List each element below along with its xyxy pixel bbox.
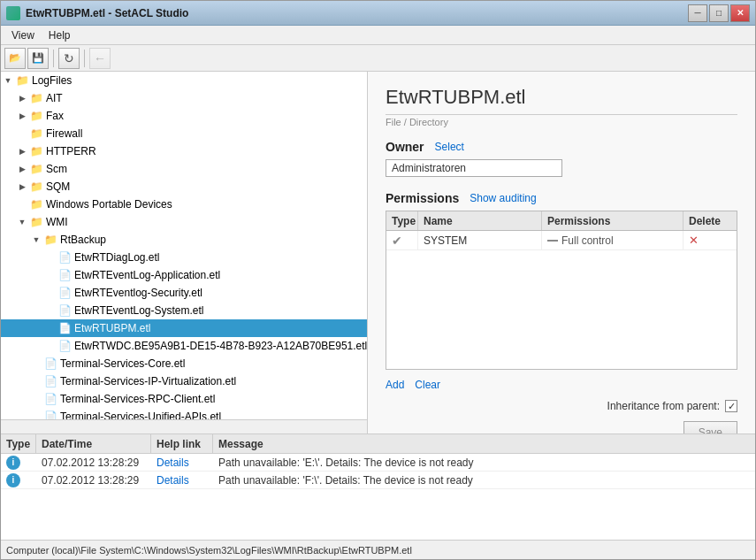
expander-term-ipvirt xyxy=(29,374,43,388)
detail-title: EtwRTUBPM.etl xyxy=(386,86,737,115)
file-icon-sys: 📄 xyxy=(57,303,72,318)
expander-firewall: ▶ xyxy=(15,127,29,141)
owner-section-title: Owner xyxy=(386,140,424,154)
tree-item-term-core[interactable]: 📄 Terminal-Services-Core.etl xyxy=(1,355,367,372)
owner-value: Administratoren xyxy=(386,159,562,177)
log-col-message: Message xyxy=(213,434,755,453)
log-message-2: Path unavailable: 'F:\'. Details: The de… xyxy=(213,472,755,488)
tree-item-etwrteventlog-app[interactable]: 📄 EtwRTEventLog-Application.etl xyxy=(1,266,367,284)
log-datetime-2: 07.02.2012 13:28:29 xyxy=(36,472,151,488)
tree-item-firewall[interactable]: ▶ 📁 Firewall xyxy=(1,125,367,142)
tree-label-wmi: WMI xyxy=(46,216,68,228)
info-icon-2: i xyxy=(6,473,20,487)
inheritance-checkbox[interactable] xyxy=(725,400,737,412)
tree-label-ait: AIT xyxy=(46,92,63,104)
owner-section-header: Owner Select xyxy=(386,140,737,154)
log-helplink-1[interactable]: Details xyxy=(151,454,213,471)
log-col-type: Type xyxy=(1,434,36,453)
save-toolbar-button[interactable]: 💾 xyxy=(27,48,49,69)
status-text: Computer (local)\File System\C:\Windows\… xyxy=(6,545,412,556)
file-icon-sec: 📄 xyxy=(57,286,72,300)
tree-item-scm[interactable]: ▶ 📁 Scm xyxy=(1,160,367,178)
tree-item-sqm[interactable]: ▶ 📁 SQM xyxy=(1,178,367,196)
col-delete: Delete xyxy=(683,211,737,230)
maximize-button[interactable]: □ xyxy=(709,4,729,22)
file-icon-etwrtubpm: 📄 xyxy=(57,321,72,335)
menu-bar: View Help xyxy=(1,26,755,45)
folder-icon-fax: 📁 xyxy=(29,109,43,123)
log-type-2: i xyxy=(1,472,36,488)
expander-rtbackup: ▼ xyxy=(29,233,43,247)
tree-item-etwrtwdc[interactable]: 📄 EtwRTWDC.BE95A9B1-DE15-4B78-B923-A12AB… xyxy=(1,337,367,355)
log-helplink-2[interactable]: Details xyxy=(151,472,213,488)
close-button[interactable]: ✕ xyxy=(730,4,750,22)
minimize-button[interactable]: ─ xyxy=(688,4,707,22)
perm-dash-icon xyxy=(547,240,558,242)
save-button[interactable]: Save xyxy=(683,421,737,433)
file-icon-etwrtdiag: 📄 xyxy=(57,250,72,265)
perm-type-system: ✔ xyxy=(386,231,418,249)
toolbar-separator xyxy=(53,50,54,67)
left-pane: ▼ 📁 LogFiles ▶ 📁 AIT ▶ 📁 Fax xyxy=(1,72,368,433)
check-icon-system: ✔ xyxy=(392,234,402,248)
expander-etwrteventlog-app xyxy=(43,268,57,282)
tree-item-ait[interactable]: ▶ 📁 AIT xyxy=(1,89,367,107)
tree-item-rtbackup[interactable]: ▼ 📁 RtBackup xyxy=(1,231,367,249)
log-col-datetime: Date/Time xyxy=(36,434,151,453)
tree-label-etwrteventlog-sys: EtwRTEventLog-System.etl xyxy=(74,304,204,317)
inheritance-label: Inheritance from parent: xyxy=(607,400,720,412)
tree-item-term-ipvirt[interactable]: 📄 Terminal-Services-IP-Virtualization.et… xyxy=(1,372,367,390)
delete-icon-system[interactable]: ✕ xyxy=(689,234,699,247)
inheritance-row: Inheritance from parent: xyxy=(386,400,737,412)
details-link-2[interactable]: Details xyxy=(157,474,189,487)
tree-item-fax[interactable]: ▶ 📁 Fax xyxy=(1,107,367,125)
menu-view[interactable]: View xyxy=(4,27,42,43)
tree-label-fax: Fax xyxy=(46,110,64,122)
details-link-1[interactable]: Details xyxy=(157,456,189,469)
tree-item-logfiles[interactable]: ▼ 📁 LogFiles xyxy=(1,72,367,89)
status-bar: Computer (local)\File System\C:\Windows\… xyxy=(1,540,755,559)
tree-item-etwrtdiag[interactable]: 📄 EtwRTDiagLog.etl xyxy=(1,249,367,266)
tree-item-etwrtubpm[interactable]: 📄 EtwRTUBPM.etl xyxy=(1,319,367,337)
folder-icon-wmi: 📁 xyxy=(29,215,43,229)
app-icon xyxy=(6,6,20,20)
tree-item-httperr[interactable]: ▶ 📁 HTTPERR xyxy=(1,142,367,160)
file-icon-term-ipvirt: 📄 xyxy=(43,374,57,388)
expander-scm: ▶ xyxy=(15,162,29,176)
tree-item-wmi[interactable]: ▼ 📁 WMI xyxy=(1,213,367,231)
open-button[interactable]: 📂 xyxy=(4,48,26,69)
window-title: EtwRTUBPM.etl - SetACL Studio xyxy=(26,7,188,19)
tree-label-etwrtubpm: EtwRTUBPM.etl xyxy=(74,322,150,334)
expander-etwrtwdc xyxy=(43,339,57,353)
horizontal-scrollbar[interactable] xyxy=(1,419,367,433)
tree-label-scm: Scm xyxy=(46,163,67,175)
tree-item-wpd[interactable]: 📁 Windows Portable Devices xyxy=(1,196,367,213)
refresh-button[interactable]: ↻ xyxy=(58,48,80,69)
permissions-badge: Full control xyxy=(547,234,614,247)
folder-icon-firewall: 📁 xyxy=(29,127,43,141)
tree-label-httperr: HTTPERR xyxy=(46,145,96,157)
clear-link[interactable]: Clear xyxy=(415,379,440,391)
tree-item-term-rpc[interactable]: 📄 Terminal-Services-RPC-Client.etl xyxy=(1,390,367,408)
col-permissions: Permissions xyxy=(542,211,683,230)
add-link[interactable]: Add xyxy=(386,379,404,391)
expander-term-rpc xyxy=(29,392,43,406)
menu-help[interactable]: Help xyxy=(42,27,78,43)
tree-item-etwrteventlog-sec[interactable]: 📄 EtwRTEventlog-Security.etl xyxy=(1,284,367,302)
permissions-section-header: Permissions Show auditing xyxy=(386,191,737,205)
expander-etwrteventlog-sec xyxy=(43,286,57,300)
perm-delete-system[interactable]: ✕ xyxy=(683,231,737,249)
tree-label-sqm: SQM xyxy=(46,180,70,193)
title-bar: EtwRTUBPM.etl - SetACL Studio ─ □ ✕ xyxy=(1,1,755,26)
expander-etwrtubpm xyxy=(43,321,57,335)
tree-label-etwrtdiag: EtwRTDiagLog.etl xyxy=(74,251,160,264)
permissions-table: Type Name Permissions Delete ✔ SYSTEM Fu… xyxy=(386,211,737,370)
owner-select-link[interactable]: Select xyxy=(435,141,464,153)
show-auditing-link[interactable]: Show auditing xyxy=(470,192,536,204)
permissions-section-title: Permissions xyxy=(386,191,459,205)
folder-icon-httperr: 📁 xyxy=(29,144,43,158)
tree-item-term-unified[interactable]: 📄 Terminal-Services-Unified-APIs.etl xyxy=(1,408,367,419)
tree-item-etwrteventlog-sys[interactable]: 📄 EtwRTEventLog-System.etl xyxy=(1,302,367,319)
file-icon-term-rpc: 📄 xyxy=(43,392,57,406)
folder-icon-logfiles: 📁 xyxy=(15,73,29,88)
